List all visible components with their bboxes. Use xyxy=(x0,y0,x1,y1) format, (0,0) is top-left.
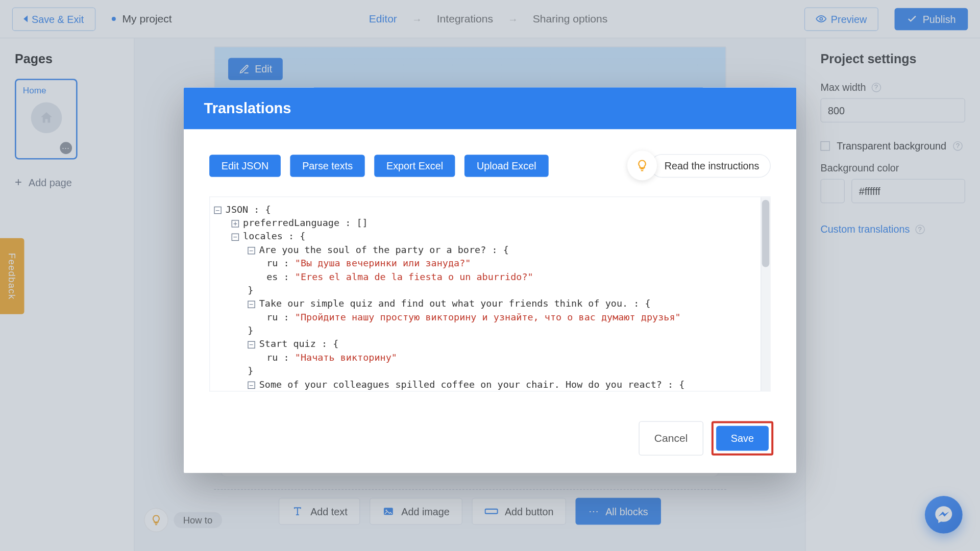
parse-texts-button[interactable]: Parse texts xyxy=(290,155,364,177)
scrollbar[interactable] xyxy=(761,197,771,391)
modal-title: Translations xyxy=(184,87,796,129)
collapse-icon[interactable]: − xyxy=(214,206,222,214)
read-instructions-button[interactable]: Read the instructions xyxy=(627,151,771,180)
edit-json-button[interactable]: Edit JSON xyxy=(209,155,281,177)
translations-modal: Translations Edit JSON Parse texts Expor… xyxy=(184,87,796,473)
lightbulb-icon xyxy=(627,151,657,180)
save-button-highlight: Save xyxy=(712,421,774,456)
collapse-icon[interactable]: − xyxy=(232,233,239,241)
expand-icon[interactable]: + xyxy=(232,220,239,228)
export-excel-button[interactable]: Export Excel xyxy=(374,155,455,177)
collapse-icon[interactable]: − xyxy=(248,300,255,308)
cancel-button[interactable]: Cancel xyxy=(639,421,703,456)
instructions-label: Read the instructions xyxy=(650,154,771,177)
scrollbar-thumb[interactable] xyxy=(762,200,770,267)
upload-excel-button[interactable]: Upload Excel xyxy=(464,155,548,177)
modal-overlay: Translations Edit JSON Parse texts Expor… xyxy=(0,0,980,551)
json-viewer[interactable]: −JSON : { +preferredLanguage : [] −local… xyxy=(209,196,771,391)
collapse-icon[interactable]: − xyxy=(248,246,255,254)
collapse-icon[interactable]: − xyxy=(248,341,255,348)
save-button[interactable]: Save xyxy=(716,426,769,451)
collapse-icon[interactable]: − xyxy=(248,381,255,389)
